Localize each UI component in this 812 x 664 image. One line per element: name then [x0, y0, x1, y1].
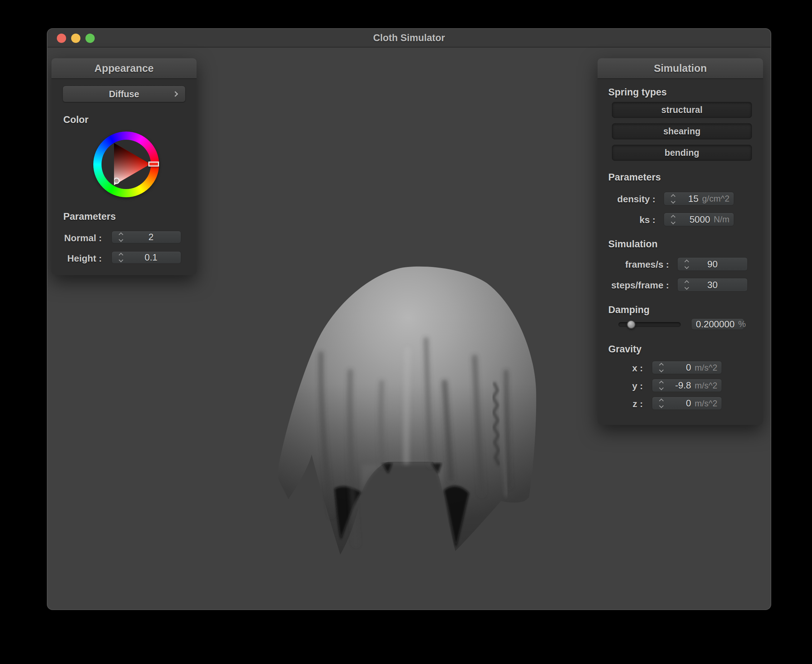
- gravity-x-value: 0: [666, 362, 691, 373]
- steps-value: 30: [678, 280, 747, 291]
- gravity-y-value: -9.8: [666, 380, 691, 391]
- appearance-panel-header[interactable]: Appearance: [52, 58, 197, 79]
- simulation-parameters-label: Parameters: [608, 172, 661, 183]
- density-unit: g/cm^2: [702, 194, 729, 204]
- spring-shearing-button[interactable]: shearing: [612, 123, 752, 139]
- spinner-arrows[interactable]: [668, 215, 678, 224]
- minimize-button[interactable]: [71, 34, 80, 43]
- ks-label: ks :: [597, 215, 656, 226]
- damping-label: Damping: [608, 304, 650, 316]
- damping-value: 0.200000: [696, 319, 734, 330]
- cloth-render: [275, 264, 539, 561]
- appearance-parameters-label: Parameters: [63, 211, 116, 222]
- simulation-panel-header[interactable]: Simulation: [597, 58, 763, 79]
- spinner-arrows[interactable]: [657, 381, 666, 389]
- gravity-x-label: x :: [597, 363, 643, 374]
- damping-unit: %: [738, 319, 745, 329]
- chevron-up-icon[interactable]: [659, 399, 664, 403]
- spring-shearing-label: shearing: [663, 126, 700, 137]
- chevron-right-icon: [172, 91, 178, 97]
- chevron-down-icon[interactable]: [659, 368, 664, 373]
- chevron-up-icon[interactable]: [659, 381, 664, 385]
- chevron-down-icon[interactable]: [119, 237, 123, 242]
- chevron-up-icon[interactable]: [671, 194, 675, 199]
- close-button[interactable]: [57, 34, 66, 43]
- window-title: Cloth Simulator: [373, 33, 445, 44]
- ks-value: 5000: [678, 214, 710, 225]
- frames-spinbox[interactable]: 90: [677, 257, 748, 271]
- normal-spinbox[interactable]: 2: [112, 231, 181, 243]
- gravity-x-unit: m/s^2: [695, 363, 717, 373]
- spinner-arrows[interactable]: [116, 233, 125, 241]
- spring-types-label: Spring types: [608, 87, 667, 98]
- height-label: Height :: [52, 253, 102, 264]
- simulation-panel-title: Simulation: [654, 63, 706, 74]
- chevron-down-icon[interactable]: [659, 386, 664, 390]
- density-spinbox[interactable]: 15 g/cm^2: [664, 192, 734, 205]
- damping-slider[interactable]: [618, 322, 681, 327]
- density-value: 15: [678, 193, 698, 204]
- height-spinbox[interactable]: 0.1: [112, 251, 181, 264]
- frames-value: 90: [678, 259, 747, 270]
- shader-popup-button[interactable]: Diffuse: [63, 86, 186, 102]
- chevron-up-icon[interactable]: [671, 215, 675, 220]
- gravity-x-spinbox[interactable]: 0 m/s^2: [652, 361, 722, 374]
- titlebar[interactable]: Cloth Simulator: [47, 29, 771, 47]
- spinner-arrows[interactable]: [116, 253, 125, 262]
- steps-spinbox[interactable]: 30: [677, 278, 748, 291]
- density-label: density :: [597, 194, 656, 205]
- damping-slider-knob[interactable]: [627, 320, 635, 329]
- app-window: Cloth Simulator Appearance Diffuse Color: [47, 28, 771, 610]
- spinner-arrows[interactable]: [668, 195, 678, 203]
- steps-label: steps/frame :: [597, 280, 669, 291]
- spinner-arrows[interactable]: [657, 399, 666, 407]
- gravity-y-spinbox[interactable]: -9.8 m/s^2: [652, 379, 722, 392]
- gravity-z-spinbox[interactable]: 0 m/s^2: [652, 397, 722, 410]
- ks-unit: N/m: [714, 215, 729, 225]
- spinner-arrows[interactable]: [657, 363, 666, 372]
- zoom-button[interactable]: [85, 34, 95, 43]
- appearance-panel-title: Appearance: [94, 63, 154, 74]
- gravity-y-label: y :: [597, 381, 643, 392]
- chevron-down-icon[interactable]: [671, 199, 675, 204]
- gravity-y-unit: m/s^2: [695, 381, 717, 391]
- sv-selector-marker[interactable]: [114, 178, 119, 184]
- spring-structural-button[interactable]: structural: [612, 102, 752, 118]
- gravity-z-label: z :: [597, 399, 643, 410]
- damping-value-box[interactable]: 0.200000 %: [691, 318, 744, 330]
- appearance-panel: Appearance Diffuse Color: [52, 58, 197, 275]
- chevron-up-icon[interactable]: [119, 253, 123, 257]
- color-section-label: Color: [63, 114, 89, 125]
- chevron-up-icon[interactable]: [659, 363, 664, 367]
- chevron-down-icon[interactable]: [659, 404, 664, 408]
- spring-bending-label: bending: [664, 148, 699, 158]
- simulation-panel: Simulation Spring types structural shear…: [597, 58, 763, 425]
- frames-label: frames/s :: [597, 259, 669, 270]
- normal-value: 2: [125, 231, 177, 242]
- spring-bending-button[interactable]: bending: [612, 145, 752, 161]
- hue-selector-marker[interactable]: [148, 161, 159, 166]
- height-value: 0.1: [125, 252, 177, 263]
- chevron-down-icon[interactable]: [119, 258, 123, 262]
- spring-structural-label: structural: [661, 105, 702, 115]
- shader-popup-label: Diffuse: [109, 89, 139, 99]
- gravity-z-unit: m/s^2: [695, 399, 717, 408]
- simulation-sub-label: Simulation: [608, 239, 657, 250]
- normal-label: Normal :: [52, 233, 102, 244]
- chevron-up-icon[interactable]: [119, 232, 123, 237]
- gravity-label: Gravity: [608, 344, 641, 355]
- saturation-value-triangle[interactable]: [114, 143, 150, 185]
- chevron-down-icon[interactable]: [671, 220, 675, 225]
- ks-spinbox[interactable]: 5000 N/m: [664, 213, 734, 226]
- gravity-z-value: 0: [666, 398, 691, 409]
